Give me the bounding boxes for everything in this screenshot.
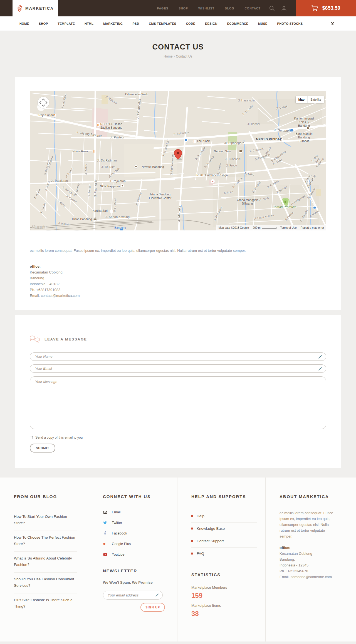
- breadcrumb: Home›Contact Us: [0, 54, 356, 58]
- cart-total: $653.50: [322, 5, 340, 11]
- brand-logo[interactable]: MARKETICA: [13, 0, 58, 16]
- send-copy-checkbox[interactable]: [30, 436, 33, 439]
- category-nav-link[interactable]: HTML: [85, 22, 93, 25]
- address-line: Indonesia – 49182: [30, 281, 326, 287]
- social-link[interactable]: Twitter: [112, 521, 122, 525]
- category-nav: HOMESHOPTEMPLATEHTMLMARKETINGPSDCMS TEMP…: [0, 16, 356, 31]
- name-input[interactable]: [30, 352, 326, 361]
- blog-post-link[interactable]: How To Choose The Perfect Fashion Store?: [14, 535, 75, 546]
- pen-icon: [318, 367, 322, 371]
- social-link[interactable]: Email: [112, 510, 120, 514]
- shopping-poi-icon: [184, 138, 188, 142]
- social-link[interactable]: Google Plus: [112, 542, 131, 546]
- message-textarea[interactable]: [30, 376, 326, 429]
- office-label: office:: [30, 263, 326, 269]
- category-nav-link[interactable]: PHOTO STOCKS: [277, 22, 303, 25]
- bank-poi-icon: [290, 129, 293, 131]
- statistic-label: Marketplace Members: [191, 585, 258, 590]
- map-scale: 200 m: [253, 226, 276, 229]
- map-canvas[interactable]: H H: [30, 91, 326, 230]
- category-nav-link[interactable]: TEMPLATE: [58, 22, 75, 25]
- office-address-lines: Kecamatan CoblongBandung.Indonesia – 491…: [30, 269, 326, 299]
- social-link[interactable]: Youtube: [112, 553, 124, 556]
- help-link[interactable]: FAQ: [197, 551, 204, 556]
- address-line: Ph. +6212345678: [280, 568, 348, 574]
- category-nav-link[interactable]: PSD: [132, 22, 139, 25]
- top-nav-link[interactable]: PAGES: [157, 7, 168, 10]
- social-list-item[interactable]: Google Plus: [103, 542, 169, 546]
- social-list-item[interactable]: Facebook: [103, 531, 169, 536]
- restaurant-poi-icon: [93, 150, 96, 153]
- category-nav-link[interactable]: SHOP: [39, 22, 48, 25]
- blog-list-item: How To Start Your Own Fashion Store?: [14, 510, 77, 531]
- search-icon[interactable]: [269, 5, 275, 11]
- address-line: Ph. +62817391083: [30, 287, 326, 293]
- landmark-poi-icon: [239, 150, 243, 153]
- top-nav-link[interactable]: SHOP: [179, 7, 188, 10]
- help-link[interactable]: Knowladge Base: [197, 526, 225, 531]
- bullet-square-icon: [191, 515, 193, 517]
- submit-button[interactable]: SUBMIT: [30, 444, 55, 452]
- help-heading: HELP AND SUPPORTS: [191, 494, 258, 499]
- blog-post-link[interactable]: How To Start Your Own Fashion Store?: [14, 514, 67, 525]
- satellite-view-button[interactable]: Satellite: [307, 96, 324, 103]
- category-nav-link[interactable]: ECOMMERCE: [227, 22, 248, 25]
- footer-about-column: ABOUT MARKETICA ec mollis lorem consequa…: [266, 478, 356, 641]
- map-type-control: Map Satellite: [296, 96, 324, 103]
- bullet-square-icon: [191, 540, 193, 542]
- top-nav-link[interactable]: WISHLIST: [198, 7, 214, 10]
- breadcrumb-home-link[interactable]: Home: [164, 54, 172, 58]
- social-link[interactable]: Facebook: [112, 531, 127, 535]
- user-account-icon[interactable]: [281, 6, 287, 11]
- help-list-item: Contact Support: [191, 535, 257, 548]
- address-line: Indonesia - 12345: [280, 562, 348, 568]
- newsletter-email-input[interactable]: [103, 591, 163, 600]
- social-list-item[interactable]: Email: [103, 510, 169, 514]
- social-list-item[interactable]: Youtube: [103, 552, 169, 557]
- social-icon: [103, 542, 107, 546]
- contact-intro-text: ec mollis lorem consequat. Fusce ipsum e…: [30, 248, 326, 253]
- connect-heading: CONNECT WITH US: [103, 494, 169, 499]
- category-nav-link[interactable]: MUSE: [258, 22, 267, 25]
- social-list-item[interactable]: Twitter: [103, 521, 169, 525]
- top-nav-link[interactable]: CONTACT: [244, 7, 261, 10]
- footer-blog-column: FROM OUR BLOG How To Start Your Own Fash…: [0, 478, 89, 641]
- category-nav-link[interactable]: CODE: [186, 22, 195, 25]
- terms-of-use-link[interactable]: Terms of Use: [280, 226, 297, 229]
- category-nav-link[interactable]: CMS TEMPLATES: [149, 22, 176, 25]
- tag-logo-icon: [17, 4, 23, 12]
- bullet-square-icon: [191, 528, 193, 529]
- top-header: MARKETICA PAGESSHOPWISHLISTBLOGCONTACT $…: [0, 0, 356, 16]
- email-input[interactable]: [30, 364, 326, 373]
- category-nav-link[interactable]: MARKETING: [103, 22, 123, 25]
- blog-post-link[interactable]: What is So Alluring About Celebrity Fash…: [14, 556, 72, 567]
- cart-button[interactable]: $653.50: [296, 0, 356, 16]
- help-list-item: Knowladge Base: [191, 523, 257, 535]
- about-text: ec mollis lorem consequat. Fusce ipsum e…: [280, 510, 338, 539]
- map-view-button[interactable]: Map: [296, 96, 307, 103]
- restaurant-poi-icon: [53, 114, 56, 117]
- signup-button[interactable]: SIGN UP: [140, 603, 165, 612]
- more-categories-button[interactable]: [331, 22, 334, 26]
- category-nav-link[interactable]: HOME: [19, 22, 29, 25]
- bullet-square-icon: [191, 553, 193, 555]
- blog-post-link[interactable]: Should You Use Fashion Consultant Servic…: [14, 577, 74, 588]
- google-logo[interactable]: Google: [32, 224, 47, 230]
- send-copy-label: Send a copy of this email to you: [35, 436, 83, 439]
- footer: FROM OUR BLOG How To Start Your Own Fash…: [0, 478, 356, 641]
- blog-post-link[interactable]: Plus Size Fashion: Is There Such a Thing…: [14, 598, 73, 608]
- restaurant-poi-icon: [193, 140, 196, 143]
- about-address-lines: Kecamatan CoblongBandung.Indonesia - 123…: [280, 551, 348, 580]
- social-icon: [103, 552, 107, 557]
- hospital-poi-icon: H: [97, 123, 100, 127]
- help-link[interactable]: Help: [197, 514, 204, 518]
- help-link[interactable]: Contact Support: [197, 539, 224, 543]
- google-map[interactable]: H H: [30, 91, 326, 230]
- top-nav-link[interactable]: BLOG: [225, 7, 234, 10]
- landmark-poi-icon: [306, 126, 310, 130]
- about-heading: ABOUT MARKETICA: [280, 494, 348, 499]
- hotel-poi-icon: [134, 165, 138, 169]
- category-nav-link[interactable]: DESIGN: [205, 22, 217, 25]
- report-map-error-link[interactable]: Report a map error: [301, 226, 324, 229]
- footer-help-column: HELP AND SUPPORTS Help Knowladge Base Co…: [177, 478, 266, 641]
